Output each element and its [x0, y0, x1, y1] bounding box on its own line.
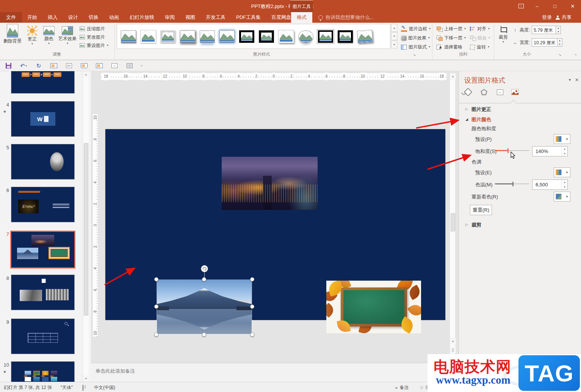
picture-style-8[interactable] — [258, 26, 275, 47]
slide-thumbnail-4[interactable]: W — [11, 101, 75, 137]
remove-background-button[interactable]: 删除背景 — [2, 24, 23, 50]
maximize-button[interactable]: □ — [548, 0, 561, 12]
change-picture-button[interactable]: 更改图片 — [80, 33, 105, 41]
selected-mountain-picture[interactable] — [157, 280, 252, 334]
reset-picture-button[interactable]: 重设图片 ▾ — [80, 42, 108, 49]
rotate-button[interactable]: 旋转 ▾ — [470, 43, 489, 51]
slideshow-from-current-button[interactable] — [80, 62, 88, 69]
picture-border-button[interactable]: 图片边框 ▾ — [401, 25, 431, 33]
picture-color-section[interactable]: ◢ 图片颜色 — [459, 116, 581, 124]
reset-button[interactable]: 重置(R) — [470, 205, 492, 215]
quick-print-button[interactable]: ✓ — [126, 62, 133, 69]
redo-button[interactable]: ↻ — [35, 62, 42, 69]
tone-preset-button[interactable]: ▼ — [554, 167, 570, 177]
collapse-ribbon-button[interactable]: ⌃ — [573, 53, 578, 58]
width-input[interactable]: 10.29 厘米 ▲▼ — [532, 38, 562, 47]
thumbs-scroll-thumb[interactable] — [84, 143, 88, 315]
picture-layout-button[interactable]: 图片版式 ▾ — [401, 43, 430, 51]
share-button[interactable]: 共享 — [556, 12, 572, 23]
resize-handle-w[interactable] — [154, 305, 158, 309]
thumbnails-scrollbar[interactable]: ▲ ▼ — [83, 71, 89, 382]
thumbs-scroll-down-button[interactable]: ▼ — [83, 375, 89, 382]
slide[interactable] — [105, 129, 445, 320]
resize-handle-ne[interactable] — [250, 277, 254, 281]
height-spinner[interactable]: ▲▼ — [556, 26, 561, 34]
picture-styles-dialog-launcher[interactable]: ↘ — [412, 52, 417, 58]
menu-tab-幻灯片放映[interactable]: 幻灯片放映 — [124, 12, 160, 23]
bring-forward-button[interactable]: 上移一层 ▾ — [437, 25, 466, 33]
menu-tab-设计[interactable]: 设计 — [63, 12, 83, 23]
crop-section[interactable]: ▷ 裁剪 — [459, 222, 581, 229]
menu-tab-开发工具[interactable]: 开发工具 — [200, 12, 231, 23]
language-indicator[interactable]: 中文(中国) — [94, 384, 115, 391]
picture-style-9[interactable] — [278, 26, 294, 47]
size-dialog-launcher[interactable]: ↘ — [557, 52, 562, 58]
presenter-view-button[interactable] — [96, 62, 103, 69]
temperature-slider[interactable] — [495, 181, 529, 187]
menu-tab-开始[interactable]: 开始 — [22, 12, 42, 23]
saturation-input[interactable]: 140% ▲▼ — [532, 146, 568, 156]
previous-slide-button[interactable]: ▲▲ — [450, 347, 456, 353]
slide-thumbnail-9[interactable] — [11, 319, 75, 354]
selection-pane-button[interactable]: 选择窗格 — [437, 43, 462, 51]
resize-handle-sw[interactable] — [154, 333, 158, 337]
fill-line-tab[interactable] — [463, 87, 473, 97]
rotation-handle[interactable] — [201, 265, 208, 272]
picture-style-1[interactable] — [120, 26, 137, 47]
undo-button[interactable]: ↶▾ — [20, 62, 27, 69]
canvas-scrollbar[interactable]: ▲ ▼ ▲▲ ▼▼ — [449, 73, 456, 361]
picture-effects-button[interactable]: 图片效果 ▾ — [401, 34, 430, 42]
tab-format-active[interactable]: 格式 — [291, 12, 312, 23]
spellcheck-icon[interactable] — [83, 385, 83, 390]
picture-tab-active[interactable] — [510, 87, 520, 97]
saturation-preset-button[interactable]: ▼ — [554, 134, 570, 144]
picture-style-13[interactable] — [357, 26, 373, 47]
minimize-button[interactable]: – — [531, 0, 543, 12]
picture-corrections-section[interactable]: ▷ 图片更正 — [459, 106, 581, 114]
slide-thumbnail-7[interactable] — [10, 231, 75, 269]
city-night-picture[interactable] — [222, 157, 318, 210]
picture-style-5[interactable] — [199, 26, 216, 47]
notes-pane[interactable]: 单击此处添加备注 — [91, 363, 459, 382]
resize-handle-e[interactable] — [250, 305, 254, 309]
slide-thumbnail-5[interactable] — [11, 144, 75, 180]
panel-collapse-arrow[interactable]: ▼ — [568, 78, 572, 82]
effects-tab[interactable] — [479, 87, 489, 97]
canvas-scroll-up-button[interactable]: ▲ — [450, 73, 456, 80]
menu-tab-插入[interactable]: 插入 — [42, 12, 63, 23]
picture-style-12[interactable] — [337, 26, 354, 47]
recolor-preset-button[interactable]: ▼ — [554, 192, 570, 201]
resize-handle-nw[interactable] — [154, 277, 158, 281]
menu-tab-视图[interactable]: 视图 — [180, 12, 200, 23]
picture-style-2[interactable] — [140, 26, 157, 47]
compress-pictures-button[interactable]: 压缩图片 — [80, 25, 105, 33]
temperature-spinner[interactable]: ▲▼ — [562, 180, 567, 189]
send-backward-button[interactable]: 下移一层 ▾ — [437, 34, 466, 42]
menu-tab-审阅[interactable]: 审阅 — [160, 12, 180, 23]
resize-handle-n[interactable] — [202, 277, 206, 281]
slide-thumbnail-6[interactable]: E=mc² — [11, 187, 75, 222]
menu-tab-文件[interactable]: 文件 — [0, 12, 22, 23]
menu-tab-PDF工具集[interactable]: PDF工具集 — [231, 12, 266, 23]
chalkboard-picture[interactable] — [326, 281, 421, 333]
picture-style-11[interactable] — [317, 26, 334, 47]
picture-styles-gallery[interactable] — [117, 24, 390, 49]
size-properties-tab[interactable]: ↔ — [495, 87, 505, 97]
saturation-spinner[interactable]: ▲▼ — [562, 147, 567, 156]
picture-style-3[interactable] — [160, 26, 176, 47]
canvas-scroll-down-button[interactable]: ▼ — [450, 338, 456, 345]
gallery-scroll-up-button[interactable]: ▲ — [391, 24, 397, 32]
start-slideshow-button[interactable] — [50, 62, 58, 69]
corrections-button[interactable]: 更正 ▾ — [24, 24, 40, 50]
temperature-input[interactable]: 6,500 ▲▼ — [532, 180, 568, 190]
crop-button[interactable]: 裁剪 ▾ — [496, 24, 511, 50]
align-button[interactable]: 对齐 ▾ — [470, 25, 490, 33]
save-button[interactable] — [5, 62, 12, 69]
slide-thumbnail-3[interactable] — [11, 71, 75, 94]
tell-me-box[interactable]: 告诉我您想要做什么... — [318, 12, 374, 23]
slide-thumbnail-8[interactable] — [11, 275, 75, 310]
canvas-scroll-thumb[interactable] — [451, 213, 455, 231]
outline-view-button[interactable]: A≡ — [65, 62, 73, 69]
panel-close-button[interactable]: ✕ — [575, 77, 579, 83]
notes-toggle[interactable]: ≐备注 — [395, 384, 409, 391]
